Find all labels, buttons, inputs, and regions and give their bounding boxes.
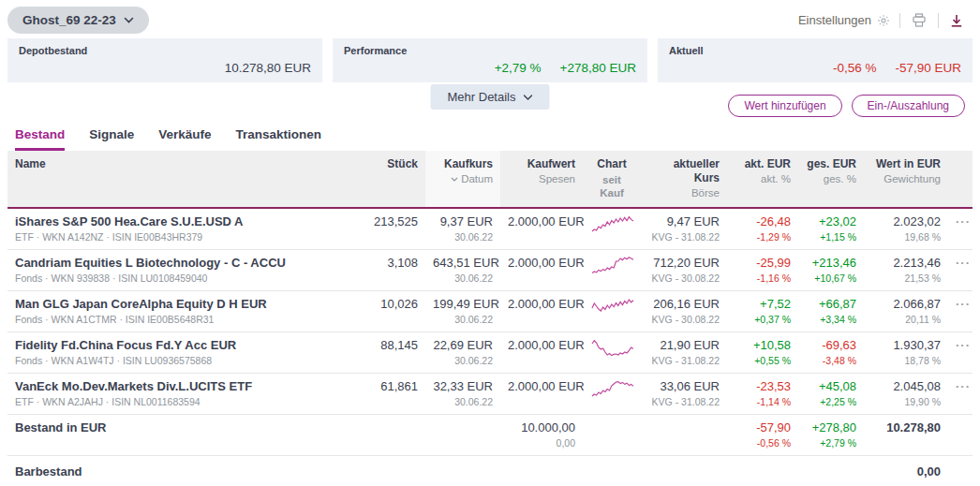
totals-row-bestand: Bestand in EUR 10.000,000,00 -57,90-0,56… (7, 414, 973, 455)
totals-row-barbestand: Barbestand 0,00 (7, 455, 973, 486)
instrument-meta: Fonds · WKN 939838 · ISIN LU0108459040 (15, 272, 334, 284)
totals-kaufwert-cell: 10.000,000,00 (500, 414, 583, 455)
tab-bar: Bestand Signale Verkäufe Transaktionen (0, 122, 980, 151)
kurs-cell: 21,90 EURKVG - 31.08.22 (641, 331, 727, 373)
menu-cell: ··· (948, 373, 973, 414)
portfolio-action-buttons: Wert hinzufügen Ein-/Auszahlung (728, 95, 965, 117)
wert-cell: 2.045,0819,90 % (864, 373, 948, 414)
printer-icon (912, 13, 927, 27)
download-button[interactable] (948, 12, 965, 29)
print-button[interactable] (910, 11, 928, 29)
chart-cell (583, 331, 641, 373)
kaufkurs-cell: 643,51 EUR30.06.22 (425, 249, 500, 290)
sparkline-chart[interactable] (590, 255, 635, 277)
summary-cards: Depotbestand 10.278,80 EUR Performance +… (0, 38, 980, 82)
kaufkurs-cell: 22,69 EUR30.06.22 (425, 331, 500, 373)
kaufwert-cell: 2.000,00 EUR (500, 373, 583, 414)
aktuell-card: Aktuell -0,56 % -57,90 EUR (658, 38, 973, 82)
portfolio-selector-label: Ghost_69 22-23 (22, 13, 116, 27)
row-menu-button[interactable]: ··· (956, 214, 971, 228)
stueck-value: 213,525 (341, 208, 425, 250)
settings-button[interactable]: Einstellungen (798, 13, 890, 27)
sparkline-chart[interactable] (590, 337, 635, 360)
kaufwert-cell: 2.000,00 EUR (500, 290, 583, 331)
chart-cell (583, 208, 641, 250)
ges-cell: +45,08+2,25 % (798, 373, 864, 414)
tab-bestand[interactable]: Bestand (15, 124, 65, 151)
performance-percent: +2,79 % (495, 61, 542, 75)
portfolio-selector[interactable]: Ghost_69 22-23 (7, 7, 149, 34)
table-row: iShares S&P 500 Hea.Care S.U.E.USD AETF … (7, 208, 973, 250)
aktuell-percent: -0,56 % (833, 61, 877, 75)
instrument-meta: Fonds · WKN A1CTMR · ISIN IE00B5648R31 (15, 314, 334, 325)
header-stueck[interactable]: Stück (341, 151, 425, 208)
ges-cell: +213,46+10,67 % (798, 249, 864, 290)
divider (899, 13, 900, 28)
row-menu-button[interactable]: ··· (956, 297, 971, 311)
row-menu-button[interactable]: ··· (956, 256, 971, 270)
stueck-value: 61,861 (341, 373, 425, 414)
tab-signale[interactable]: Signale (89, 124, 134, 151)
kaufkurs-cell: 199,49 EUR30.06.22 (425, 290, 500, 331)
header-kaufkurs[interactable]: Kaufkurs Datum (425, 151, 500, 208)
wert-cell: 2.213,4621,53 % (864, 249, 948, 290)
ges-cell: +23,02+1,15 % (798, 208, 864, 250)
kaufwert-cell: 2.000,00 EUR (500, 208, 583, 250)
table-row: VanEck Mo.Dev.Markets Div.L.UCITS ETFETF… (7, 373, 973, 414)
table-row: Man GLG Japan CoreAlpha Equity D H EURFo… (7, 290, 973, 331)
instrument-name[interactable]: Candriam Equities L Biotechnology - C - … (15, 256, 334, 270)
aktuell-card-label: Aktuell (669, 45, 961, 56)
add-value-button[interactable]: Wert hinzufügen (728, 95, 841, 117)
chart-cell (583, 290, 641, 331)
kaufwert-cell: 2.000,00 EUR (500, 249, 583, 290)
wert-cell: 1.930,3718,78 % (864, 331, 948, 373)
kaufwert-cell: 2.000,00 EUR (500, 331, 583, 373)
instrument-name[interactable]: iShares S&P 500 Hea.Care S.U.E.USD A (15, 214, 334, 228)
more-details-label: Mehr Details (448, 90, 516, 104)
header-chart[interactable]: Chartseit Kauf (583, 151, 641, 208)
totals-label: Barbestand (15, 464, 493, 479)
chevron-down-icon (124, 17, 134, 23)
akt-cell: -26,48-1,29 % (727, 208, 798, 250)
instrument-meta: Fonds · WKN A1W4TJ · ISIN LU0936575868 (15, 355, 334, 366)
header-kaufwert[interactable]: KaufwertSpesen (500, 151, 583, 208)
sparkline-chart[interactable] (590, 378, 635, 401)
header-ges-eur[interactable]: ges. EURges. % (798, 151, 864, 208)
settings-label: Einstellungen (798, 13, 871, 27)
sparkline-chart[interactable] (590, 214, 635, 236)
header-aktueller-kurs[interactable]: aktueller KursBörse (641, 151, 727, 208)
top-bar-actions: Einstellungen (798, 11, 965, 29)
instrument-name[interactable]: Man GLG Japan CoreAlpha Equity D H EUR (15, 297, 334, 311)
middle-strip: Mehr Details Wert hinzufügen Ein-/Auszah… (0, 82, 980, 122)
header-name[interactable]: Name (7, 151, 341, 208)
kurs-cell: 712,20 EURKVG - 30.08.22 (641, 249, 727, 290)
table-header-row: Name Stück Kaufkurs Datum KaufwertSpesen… (7, 151, 973, 208)
performance-value: +278,80 EUR (560, 61, 636, 75)
kaufkurs-cell: 9,37 EUR30.06.22 (425, 208, 500, 250)
row-menu-button[interactable]: ··· (956, 379, 971, 393)
menu-cell: ··· (948, 290, 973, 331)
gear-icon (877, 14, 890, 27)
performance-card-label: Performance (344, 45, 636, 56)
row-menu-button[interactable]: ··· (956, 338, 971, 352)
akt-cell: +10,58+0,55 % (727, 331, 798, 373)
header-akt-eur[interactable]: akt. EURakt. % (727, 151, 798, 208)
menu-cell: ··· (948, 249, 973, 290)
header-menu (948, 151, 973, 208)
table-row: Fidelity Fd.China Focus Fd.Y Acc EURFond… (7, 331, 973, 373)
instrument-meta: ETF · WKN A2JAHJ · ISIN NL0011683594 (15, 396, 334, 407)
more-details-button[interactable]: Mehr Details (431, 84, 550, 110)
header-wert-in-eur[interactable]: Wert in EURGewichtung (864, 151, 948, 208)
tab-transaktionen[interactable]: Transaktionen (236, 124, 322, 151)
instrument-name[interactable]: Fidelity Fd.China Focus Fd.Y Acc EUR (15, 338, 334, 352)
instrument-name[interactable]: VanEck Mo.Dev.Markets Div.L.UCITS ETF (15, 379, 334, 393)
chart-cell (583, 249, 641, 290)
ges-cell: +66,87+3,34 % (798, 290, 864, 331)
totals-akt-cell: -57,90-0,56 % (727, 414, 798, 455)
performance-card: Performance +2,79 % +278,80 EUR (333, 38, 647, 82)
kurs-cell: 206,16 EURKVG - 30.08.22 (641, 290, 727, 331)
wert-cell: 2.023,0219,68 % (864, 208, 948, 250)
tab-verkaeufe[interactable]: Verkäufe (158, 124, 211, 151)
sparkline-chart[interactable] (590, 296, 635, 318)
cash-in-out-button[interactable]: Ein-/Auszahlung (852, 95, 965, 117)
